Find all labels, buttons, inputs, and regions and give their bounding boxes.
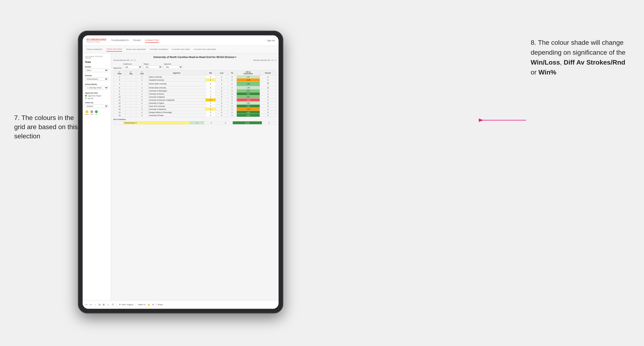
redo-icon[interactable]: ↪: [90, 303, 92, 306]
conference-filter: Conference (All): [123, 63, 142, 69]
undo-icon[interactable]: ↩: [86, 303, 87, 306]
legend-circle-level: [90, 110, 93, 113]
col-rank: #Rank: [114, 70, 126, 75]
cell-tie: 0: [228, 102, 236, 105]
radio-top100[interactable]: Top 100: [85, 97, 108, 99]
cell-conf: 1: [136, 82, 148, 86]
cell-win: 0: [206, 99, 216, 102]
cell-tie: 0: [228, 108, 236, 111]
cell-diff: 1.83: [236, 86, 260, 89]
cell-loss: 0: [216, 105, 228, 108]
annotation-bold1: Win/Loss: [531, 59, 560, 66]
out-of-division-label: Out of division: [113, 118, 276, 120]
cell-win: 3: [206, 95, 216, 99]
clock-icon[interactable]: ⏱: [112, 303, 114, 306]
cell-rounds: 9: [260, 75, 276, 78]
cell-win: 5: [206, 82, 216, 86]
grid-view-btn[interactable]: ⊟: [152, 304, 154, 306]
region-select[interactable]: (All): [144, 65, 162, 69]
sub-nav-team-h2h-grid[interactable]: TEAM H2H GRID: [106, 47, 122, 52]
cell-rounds: 9: [260, 111, 276, 114]
cell-rounds: 9: [260, 105, 276, 108]
division-cell: [114, 121, 124, 125]
cell-loss: 2: [216, 86, 228, 89]
division-rounds: 3: [262, 121, 276, 125]
filter-row: Opponents: Conference (All) Region (All): [113, 63, 276, 69]
out-of-division-row: NCAA Division II 1 0 0 26.00 3: [114, 121, 276, 125]
cell-win: 5: [206, 111, 216, 114]
radio-opponents-played[interactable]: Opponents Played: [85, 95, 108, 97]
forward-icon[interactable]: →: [94, 303, 96, 306]
cell-win: 1: [206, 92, 216, 95]
table-row: 3 - 2 Vanderbilt University 0 4 0 -2.29 …: [114, 78, 276, 82]
cell-win: 3: [206, 114, 216, 117]
school-label: School (Rank): [85, 83, 108, 85]
legend-circle-down: [86, 110, 88, 113]
col-rounds: Rounds: [260, 70, 276, 75]
grid-icon[interactable]: ⊞: [103, 303, 104, 306]
cell-rank: 2: [114, 75, 126, 78]
legend-label-level: Level: [90, 114, 93, 115]
cell-reg: -: [126, 114, 136, 117]
cell-opponent: University of Arkansas, Fayetteville: [148, 99, 206, 102]
overall-record: Overall Record: 89 - 17 - 0: [113, 59, 136, 61]
dash-icon[interactable]: —: [107, 303, 109, 306]
opponent-select[interactable]: (All): [164, 65, 183, 69]
nav-committee[interactable]: COMMITTEE: [145, 38, 159, 43]
gender-select[interactable]: Men's: [85, 69, 108, 72]
conference-label: Conference: [123, 63, 142, 65]
cell-rank: 13: [114, 105, 126, 108]
cell-tie: 0: [228, 89, 236, 92]
sign-out-link[interactable]: Sign out: [264, 39, 275, 42]
nav-teams[interactable]: TEAMS: [133, 38, 141, 43]
sub-nav-player-h2h-heatmap[interactable]: PLAYER H2H HEATMAP: [194, 47, 216, 51]
share-btn[interactable]: ⤴ Share: [156, 304, 163, 306]
cell-rounds: 2: [260, 92, 276, 95]
cell-rank: 12: [114, 102, 126, 105]
division-select[interactable]: NCAA Division I: [85, 77, 108, 81]
col-diff: Diff AvStrokes/Rnd: [236, 70, 260, 75]
team-section: Team: [85, 61, 108, 63]
sub-nav-player-h2h-grid[interactable]: PLAYER H2H GRID: [172, 47, 190, 51]
top-nav: SCOREBOARD Powered by clippd TOURNAMENTS…: [82, 35, 278, 46]
nav-tournaments[interactable]: TOURNAMENTS: [111, 38, 129, 43]
cell-diff: 2.28: [236, 82, 260, 86]
cell-reg: -: [126, 82, 136, 86]
cell-tie: 0: [228, 86, 236, 89]
cell-rounds: 3: [260, 89, 276, 92]
cell-rank: 16: [114, 114, 126, 117]
cell-opponent: University of Alabama: [148, 95, 206, 99]
cell-diff: 3.67: [236, 89, 260, 92]
conference-select[interactable]: (All): [123, 65, 142, 69]
sub-nav-team-h2h-heatmap[interactable]: TEAM H2H HEATMAP: [126, 47, 146, 51]
colour-by-select[interactable]: Win/loss: [85, 104, 108, 108]
copy-icon[interactable]: ⧉: [99, 303, 100, 306]
annotation-bold2: Diff Av Strokes/Rnd: [564, 59, 625, 66]
cell-rounds: 12: [260, 86, 276, 89]
cell-opponent: University of Oklahoma: [148, 108, 206, 111]
view-original-btn[interactable]: 👁 View: Original: [119, 304, 133, 306]
cell-tie: 0: [228, 105, 236, 108]
sub-nav-team-summary[interactable]: TEAM SUMMARY: [86, 47, 103, 51]
thumbs-btn[interactable]: 👍: [148, 304, 150, 306]
colour-by-section: Colour by Win/loss: [85, 102, 108, 108]
division-section: Division NCAA Division I: [85, 74, 108, 81]
cell-diff: 1.67: [236, 75, 260, 78]
gender-label: Gender: [85, 66, 108, 68]
school-section: School (Rank) 1. University of Nort...: [85, 83, 108, 90]
sub-nav-player-summary[interactable]: PLAYER SUMMARY: [150, 47, 168, 51]
cell-opponent: University of Virginia: [148, 102, 206, 105]
school-select[interactable]: 1. University of Nort...: [85, 86, 108, 90]
legend-circle-up: [95, 110, 98, 113]
legend-label-down: Down: [85, 114, 88, 115]
cell-opponent: University of Washington: [148, 89, 206, 92]
cell-opponent: Auburn University: [148, 75, 206, 78]
cell-rank: 9: [114, 92, 126, 95]
opponent-view-label: Opponent View: [85, 92, 108, 94]
col-tie: Tie: [228, 70, 236, 75]
watch-btn[interactable]: Watch ▾: [138, 304, 145, 306]
table-row: 8 - 2 University of Washington 1 0 0 3.6…: [114, 89, 276, 92]
cell-rank: 3: [114, 78, 126, 82]
gender-section: Gender Men's: [85, 66, 108, 72]
out-of-division-table: NCAA Division II 1 0 0 26.00 3: [113, 121, 276, 125]
